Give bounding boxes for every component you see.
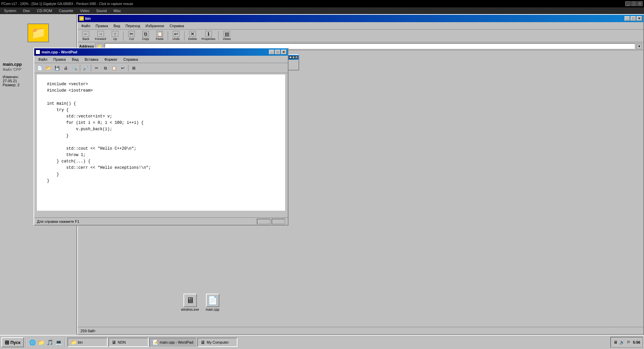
toolbar-sep-3 [184, 31, 184, 41]
explorer-minimize-btn[interactable]: _ [625, 16, 630, 21]
wp-find-btn[interactable]: 🔎 [82, 64, 90, 72]
quick-media-icon[interactable]: 🎵 [46, 338, 54, 346]
taskbar: ⊞ Пуск 🌐 📁 🎵 💻 📁 bin 🖥 NDN 📝 main.cpp - … [0, 335, 644, 349]
wp-sep-3 [128, 65, 128, 71]
taskbar-bin-icon: 📁 [71, 340, 76, 345]
taskbar-ndn-icon: 🖥 [112, 340, 116, 345]
wp-sep-1 [80, 65, 80, 71]
wordpad-menu-insert[interactable]: Вставка [82, 57, 101, 62]
wp-preview-btn[interactable]: 🔍 [70, 64, 78, 72]
wordpad-menu-view[interactable]: Вид [69, 57, 81, 62]
quick-ie-icon[interactable]: 🌐 [29, 338, 37, 346]
pcem-menu-cassette[interactable]: Cassette [57, 8, 74, 13]
explorer-menu-favorites[interactable]: Избранное [144, 23, 166, 29]
views-button[interactable]: ▤ Views [220, 31, 233, 41]
tray-clock: 5:56 [633, 340, 640, 344]
address-dropdown-btn[interactable]: ▼ [637, 43, 642, 49]
pcem-menubar: System Disc CD-ROM Cassette Video Sound … [0, 7, 644, 14]
wp-cut-btn[interactable]: ✂ [93, 64, 101, 72]
wordpad-controls[interactable]: _ □ ✕ [269, 50, 286, 54]
cut-button[interactable]: ✂ Cut [125, 31, 138, 41]
pcem-menu-cdrom[interactable]: CD-ROM [36, 8, 53, 13]
up-icon: ↑ [112, 31, 118, 37]
quick-folder-icon[interactable]: 📁 [37, 338, 45, 346]
tray-flag-icon: 🏳 [626, 340, 632, 345]
paste-label: Paste [156, 37, 164, 41]
pcem-minimize-btn[interactable]: _ [625, 1, 631, 6]
views-icon: ▤ [223, 31, 230, 37]
wordpad-restore-btn[interactable]: □ [275, 50, 280, 54]
explorer-title-group: 📁 bin [79, 16, 91, 21]
wp-print-btn[interactable]: 🖨 [62, 64, 70, 72]
pcem-menu-misc[interactable]: Misc [112, 8, 122, 13]
taskbar-items: 📁 bin 🖥 NDN 📝 main.cpp - WordPad 🖥 My Co… [67, 338, 609, 347]
wp-paste-btn[interactable]: 📋 [110, 64, 118, 72]
explorer-controls[interactable]: _ □ ✕ [625, 16, 642, 21]
taskbar-item-mycomputer[interactable]: 🖥 My Computer [197, 338, 237, 347]
wp-panel-2 [272, 219, 285, 224]
wordpad-close-btn[interactable]: ✕ [281, 50, 286, 54]
pcem-restore-btn[interactable]: □ [631, 1, 637, 6]
forward-button[interactable]: → Forward [93, 31, 108, 41]
wordpad-title: main.cpp - WordPad [42, 50, 77, 54]
copy-button[interactable]: ⧉ Copy [139, 31, 152, 41]
pcem-menu-system[interactable]: System [3, 8, 18, 13]
taskbar-item-ndn[interactable]: 🖥 NDN [108, 338, 149, 347]
wordpad-menu-help[interactable]: Справка [121, 57, 141, 62]
taskbar-sep-2 [65, 338, 65, 347]
wp-object-btn[interactable]: ⊞ [130, 64, 138, 72]
explorer-titlebar: 📁 bin _ □ ✕ [78, 15, 643, 22]
wp-sep-2 [91, 65, 91, 71]
windows-logo-icon: ⊞ [5, 339, 9, 346]
bottom-icon-windres[interactable]: 🖥 windres.exe [181, 294, 199, 311]
taskbar-item-bin[interactable]: 📁 bin [67, 338, 108, 347]
wordpad-toolbar: 📄 📂 💾 🖨 🔍 🔎 ✂ ⧉ 📋 ↩ ⊞ [34, 63, 288, 73]
wp-new-btn[interactable]: 📄 [36, 64, 44, 72]
taskbar-bin-label: bin [78, 340, 83, 344]
pcem-menu-sound[interactable]: Sound [95, 8, 108, 13]
wp-open-btn[interactable]: 📂 [44, 64, 52, 72]
copy-label: Copy [142, 37, 149, 41]
paste-button[interactable]: 📋 Paste [153, 31, 166, 41]
bottom-icon-maincpp[interactable]: 📄 main.cpp [206, 294, 219, 311]
wp-undo-btn[interactable]: ↩ [119, 64, 127, 72]
taskbar-item-wordpad[interactable]: 📝 main.cpp - WordPad [149, 338, 197, 347]
back-button[interactable]: ← Back [79, 31, 93, 41]
start-button[interactable]: ⊞ Пуск [1, 337, 24, 347]
pcem-menu-disc[interactable]: Disc [22, 8, 32, 13]
explorer-menu-help[interactable]: Справка [168, 23, 186, 29]
windres-label: windres.exe [181, 308, 199, 311]
undo-label: Undo [172, 37, 180, 41]
quick-app-icon[interactable]: 💻 [55, 338, 63, 346]
properties-button[interactable]: ℹ Properties [200, 31, 217, 41]
explorer-restore-btn[interactable]: □ [631, 16, 636, 21]
undo-button[interactable]: ↩ Undo [169, 31, 183, 41]
explorer-menu-file[interactable]: Файл [79, 23, 92, 29]
explorer-close-btn[interactable]: ✕ [637, 16, 642, 21]
pcem-menu-video[interactable]: Video [79, 8, 91, 13]
wordpad-menu-file[interactable]: Файл [36, 57, 50, 62]
cut-label: Cut [129, 37, 134, 41]
toolbar-sep-1 [123, 31, 123, 41]
wordpad-editor[interactable]: #include <vector> #include <iostream> in… [37, 74, 285, 211]
back-label: Back [83, 37, 89, 41]
explorer-menu-go[interactable]: Переход [123, 23, 142, 29]
explorer-menu-edit[interactable]: Правка [94, 23, 110, 29]
wordpad-title-group: W main.cpp - WordPad [36, 50, 77, 54]
wp-copy-btn[interactable]: ⧉ [101, 64, 109, 72]
undo-icon: ↩ [173, 31, 179, 37]
wp-panel-1 [257, 219, 270, 224]
wordpad-menu-format[interactable]: Формат [102, 57, 120, 62]
explorer-menubar: Файл Правка Вид Переход Избранное Справк… [78, 22, 643, 30]
wordpad-menu-edit[interactable]: Правка [51, 57, 68, 62]
wp-save-btn[interactable]: 💾 [53, 64, 61, 72]
taskbar-ndn-label: NDN [118, 340, 126, 344]
properties-label: Properties [202, 37, 215, 41]
explorer-menu-view[interactable]: Вид [111, 23, 122, 29]
wordpad-minimize-btn[interactable]: _ [269, 50, 274, 54]
delete-button[interactable]: ✕ Delete [186, 31, 199, 41]
pcem-controls[interactable]: _ □ ✕ [625, 1, 643, 6]
taskbar-wordpad-icon: 📝 [153, 340, 158, 345]
pcem-close-btn[interactable]: ✕ [637, 1, 643, 6]
up-button[interactable]: ↑ Up [108, 31, 122, 41]
